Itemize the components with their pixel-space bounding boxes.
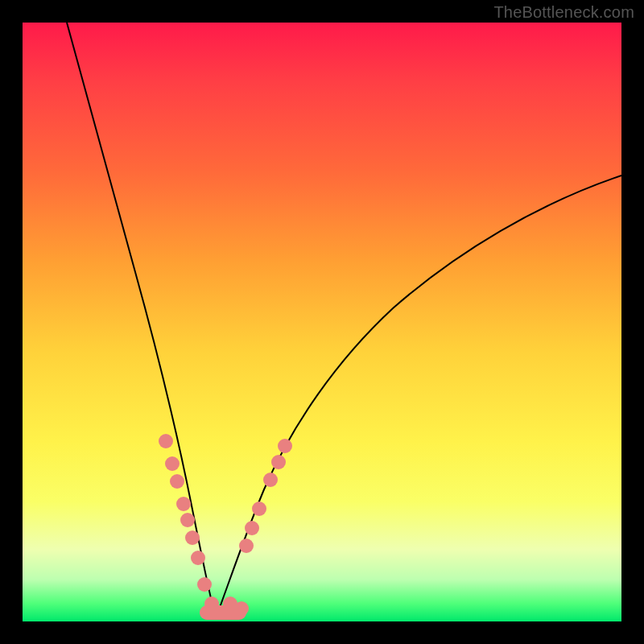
right-dot (263, 473, 278, 487)
left-dot (191, 551, 205, 565)
right-dot (278, 439, 292, 453)
left-dot (165, 456, 180, 471)
chart-svg (23, 23, 621, 621)
left-dot (185, 530, 200, 545)
left-dot (180, 513, 195, 527)
left-dot (159, 434, 173, 448)
watermark-text: TheBottleneck.com (493, 3, 634, 22)
valley-dot (234, 601, 249, 616)
right-dot (245, 521, 259, 535)
left-dot (176, 497, 191, 511)
right-dot (239, 539, 254, 553)
right-dot (252, 502, 266, 516)
left-dot (197, 577, 212, 592)
valley-dot (204, 597, 219, 611)
right-dot (271, 455, 286, 469)
plot-area (23, 23, 621, 621)
right-curve (216, 175, 621, 618)
stage: TheBottleneck.com (0, 0, 644, 644)
left-dot (170, 474, 184, 489)
left-curve (67, 23, 216, 618)
